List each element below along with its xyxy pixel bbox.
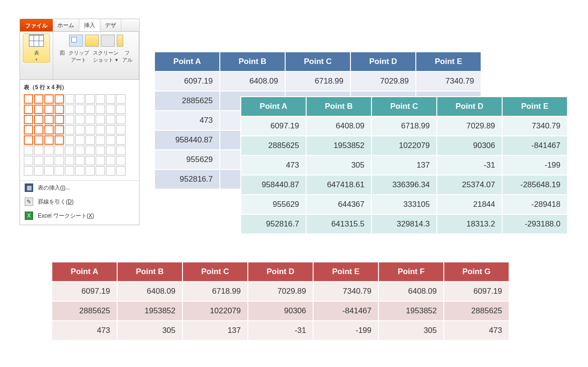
- picker-cell[interactable]: [75, 115, 84, 124]
- picker-cell[interactable]: [75, 94, 84, 104]
- picker-cell[interactable]: [75, 166, 84, 176]
- picker-cell[interactable]: [34, 166, 43, 176]
- picker-cell[interactable]: [55, 166, 64, 176]
- picker-cell[interactable]: [44, 166, 54, 176]
- picker-cell[interactable]: [75, 156, 84, 165]
- picker-cell[interactable]: [116, 94, 126, 104]
- picker-cell[interactable]: [85, 135, 95, 145]
- picker-cell[interactable]: [65, 135, 74, 145]
- picker-cell[interactable]: [106, 94, 115, 104]
- picker-cell[interactable]: [96, 125, 105, 134]
- table-picker-grid[interactable]: [24, 94, 135, 176]
- picker-cell[interactable]: [24, 135, 33, 145]
- picker-cell[interactable]: [85, 125, 95, 134]
- picker-cell[interactable]: [85, 94, 95, 104]
- picker-cell[interactable]: [65, 94, 74, 104]
- picker-cell[interactable]: [34, 94, 43, 104]
- insert-table-button[interactable]: 表 ▾: [23, 34, 50, 63]
- picker-cell[interactable]: [34, 146, 43, 155]
- picker-cell[interactable]: [106, 146, 115, 155]
- picker-cell[interactable]: [65, 156, 74, 165]
- picker-cell[interactable]: [24, 125, 33, 134]
- picker-cell[interactable]: [65, 146, 74, 155]
- picker-cell[interactable]: [24, 146, 33, 155]
- column-header: Point D: [437, 97, 502, 116]
- picker-cell[interactable]: [106, 115, 115, 124]
- picker-cell[interactable]: [75, 135, 84, 145]
- picker-cell[interactable]: [24, 115, 33, 124]
- insert-picture-button[interactable]: [69, 35, 83, 47]
- picker-cell[interactable]: [96, 146, 105, 155]
- tab-file[interactable]: ファイル: [20, 19, 53, 31]
- picker-cell[interactable]: [75, 125, 84, 134]
- menu-insert-table[interactable]: ▦ 表の挿入(I)...: [20, 181, 139, 195]
- picker-cell[interactable]: [85, 146, 95, 155]
- picker-cell[interactable]: [116, 156, 126, 165]
- insert-screenshot-button[interactable]: [101, 35, 115, 47]
- picker-cell[interactable]: [24, 156, 33, 165]
- picker-cell[interactable]: [96, 94, 105, 104]
- picker-cell[interactable]: [34, 125, 43, 134]
- picker-cell[interactable]: [65, 166, 74, 176]
- picker-cell[interactable]: [44, 125, 54, 134]
- picker-cell[interactable]: [85, 156, 95, 165]
- picker-cell[interactable]: [65, 125, 74, 134]
- picker-cell[interactable]: [85, 115, 95, 124]
- tab-home[interactable]: ホーム: [53, 19, 79, 31]
- picker-cell[interactable]: [44, 135, 54, 145]
- picker-cell[interactable]: [85, 166, 95, 176]
- picker-cell[interactable]: [116, 135, 126, 145]
- picker-cell[interactable]: [34, 105, 43, 114]
- picker-cell[interactable]: [106, 135, 115, 145]
- picker-cell[interactable]: [96, 166, 105, 176]
- picker-cell[interactable]: [65, 105, 74, 114]
- picker-cell[interactable]: [34, 115, 43, 124]
- table-cell: 18313.2: [437, 214, 502, 234]
- picker-cell[interactable]: [55, 156, 64, 165]
- picker-cell[interactable]: [24, 166, 33, 176]
- picker-cell[interactable]: [116, 166, 126, 176]
- picker-cell[interactable]: [106, 105, 115, 114]
- tab-design[interactable]: デザ: [100, 19, 121, 31]
- picker-cell[interactable]: [106, 125, 115, 134]
- picker-cell[interactable]: [75, 105, 84, 114]
- picker-cell[interactable]: [44, 105, 54, 114]
- picker-cell[interactable]: [116, 105, 126, 114]
- menu-draw-table[interactable]: ✎ 罫線を引く(D): [20, 195, 139, 209]
- column-header: Point F: [378, 262, 444, 282]
- picker-cell[interactable]: [24, 94, 33, 104]
- picker-cell[interactable]: [55, 125, 64, 134]
- picker-cell[interactable]: [96, 156, 105, 165]
- insert-clipart-button[interactable]: [85, 35, 99, 47]
- picker-cell[interactable]: [65, 115, 74, 124]
- picker-cell[interactable]: [116, 125, 126, 134]
- insert-album-button[interactable]: [117, 35, 123, 47]
- ribbon-dropdown-panel: ファイル ホーム 挿入 デザ 表 ▾: [20, 19, 140, 225]
- picker-cell[interactable]: [34, 156, 43, 165]
- table-cell: 6097.19: [444, 282, 509, 301]
- picker-cell[interactable]: [96, 115, 105, 124]
- group-label-album: フ アル: [122, 49, 133, 64]
- table-cell: 1953852: [117, 301, 182, 321]
- picker-cell[interactable]: [116, 115, 126, 124]
- picker-cell[interactable]: [85, 105, 95, 114]
- picker-cell[interactable]: [44, 146, 54, 155]
- picker-cell[interactable]: [34, 135, 43, 145]
- picker-cell[interactable]: [55, 94, 64, 104]
- picker-cell[interactable]: [55, 105, 64, 114]
- menu-excel-sheet[interactable]: X Excel ワークシート(X): [20, 209, 139, 223]
- picker-cell[interactable]: [44, 115, 54, 124]
- picker-cell[interactable]: [96, 135, 105, 145]
- picker-cell[interactable]: [55, 115, 64, 124]
- picker-cell[interactable]: [75, 146, 84, 155]
- picker-cell[interactable]: [55, 146, 64, 155]
- picker-cell[interactable]: [44, 94, 54, 104]
- picker-cell[interactable]: [55, 135, 64, 145]
- tab-insert[interactable]: 挿入: [79, 19, 100, 31]
- picker-cell[interactable]: [106, 156, 115, 165]
- picker-cell[interactable]: [44, 156, 54, 165]
- picker-cell[interactable]: [106, 166, 115, 176]
- picker-cell[interactable]: [96, 105, 105, 114]
- picker-cell[interactable]: [116, 146, 126, 155]
- picker-cell[interactable]: [24, 105, 33, 114]
